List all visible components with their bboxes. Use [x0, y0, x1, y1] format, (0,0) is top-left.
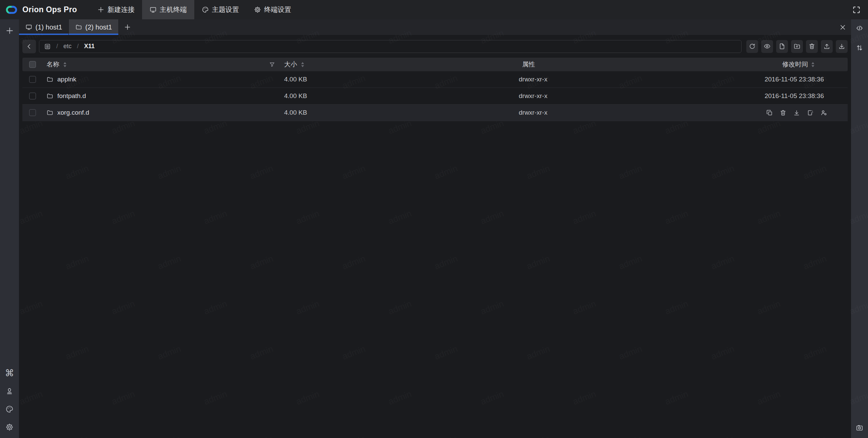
sidebar-theme-button[interactable]	[3, 402, 16, 416]
new-folder-button[interactable]	[791, 40, 803, 53]
palette-icon	[5, 405, 14, 413]
trash-icon	[808, 43, 815, 50]
menu-item-theme-settings[interactable]: 主题设置	[194, 0, 246, 19]
back-button[interactable]	[22, 40, 36, 53]
sort-icon[interactable]	[300, 61, 305, 68]
select-all-checkbox[interactable]	[29, 61, 36, 68]
table-row[interactable]: applnk 4.00 KB drwxr-xr-x 2016-11-05 23:…	[22, 71, 848, 88]
sidebar-command-button[interactable]: ⌘	[3, 366, 16, 380]
file-size: 4.00 KB	[263, 109, 517, 116]
sort-icon[interactable]	[811, 61, 815, 68]
code-icon	[855, 24, 864, 32]
main-area: (1) host1 (2) host1 / etc / X11	[19, 19, 851, 438]
eye-icon	[764, 43, 771, 50]
column-header-size[interactable]: 大小	[263, 60, 517, 69]
command-icon: ⌘	[5, 369, 14, 378]
upload-icon	[823, 43, 830, 50]
folder-icon	[46, 76, 53, 83]
top-bar: Orion Ops Pro 新建连接 主机终端 主题设置 终端设置	[0, 0, 868, 19]
gear-icon	[254, 6, 261, 13]
column-label: 修改时间	[782, 60, 808, 69]
breadcrumb-segment-etc[interactable]: etc	[63, 43, 72, 50]
tab-label: (2) host1	[85, 23, 112, 31]
folder-icon	[46, 109, 53, 116]
move-icon[interactable]	[807, 109, 814, 116]
column-label: 名称	[46, 60, 59, 69]
tab-host1-terminal[interactable]: (1) host1	[19, 19, 69, 35]
folder-plus-icon	[793, 43, 801, 50]
delete-icon[interactable]	[780, 109, 787, 116]
list-icon[interactable]	[44, 43, 51, 50]
breadcrumb: / etc / X11	[39, 40, 742, 53]
table-row[interactable]: xorg.conf.d 4.00 KB drwxr-xr-x	[22, 104, 848, 121]
plus-icon	[97, 6, 104, 13]
rail-code-button[interactable]	[853, 22, 866, 34]
row-checkbox[interactable]	[29, 93, 36, 99]
camera-icon	[855, 424, 864, 432]
download-icon[interactable]	[793, 109, 800, 116]
breadcrumb-separator: /	[56, 43, 58, 50]
sidebar-new-button[interactable]	[3, 24, 16, 37]
stamp-icon	[5, 387, 14, 395]
rail-screenshot-button[interactable]	[853, 422, 866, 434]
download-button[interactable]	[836, 40, 848, 53]
column-label: 属性	[522, 61, 535, 68]
breadcrumb-segment-x11[interactable]: X11	[84, 43, 95, 50]
sidebar-stamp-button[interactable]	[3, 384, 16, 398]
file-attr: drwxr-xr-x	[517, 109, 734, 116]
delete-button[interactable]	[806, 40, 818, 53]
row-checkbox[interactable]	[29, 109, 36, 116]
folder-icon	[75, 24, 82, 31]
file-size: 4.00 KB	[263, 92, 517, 100]
rail-transfer-button[interactable]	[853, 42, 866, 54]
file-name: applnk	[57, 76, 76, 83]
main-menu: 新建连接 主机终端 主题设置 终端设置	[90, 0, 299, 19]
breadcrumb-separator: /	[77, 43, 79, 50]
brand: Orion Ops Pro	[0, 4, 82, 16]
row-checkbox[interactable]	[29, 76, 36, 83]
column-header-mtime[interactable]: 修改时间	[734, 60, 848, 69]
swap-vertical-icon	[855, 44, 864, 52]
menu-item-terminal-settings[interactable]: 终端设置	[246, 0, 299, 19]
column-header-name[interactable]: 名称	[39, 60, 263, 69]
new-file-button[interactable]	[776, 40, 788, 53]
menu-item-label: 主机终端	[160, 5, 187, 14]
file-toolbar-row: / etc / X11	[19, 35, 851, 58]
left-sidebar: ⌘	[0, 19, 19, 438]
upload-button[interactable]	[821, 40, 833, 53]
tab-host1-files[interactable]: (2) host1	[69, 19, 119, 35]
plus-icon	[5, 26, 14, 35]
right-rail	[851, 19, 868, 438]
fullscreen-button[interactable]	[851, 5, 862, 15]
table-header: 名称 大小 属性 修改时间	[22, 58, 848, 71]
permission-icon[interactable]	[820, 109, 827, 116]
fullscreen-icon	[852, 6, 861, 14]
close-tab-button[interactable]	[839, 19, 846, 35]
menu-item-host-terminal[interactable]: 主机终端	[142, 0, 194, 19]
sidebar-settings-button[interactable]	[3, 420, 16, 434]
monitor-icon	[25, 24, 32, 31]
folder-icon	[46, 93, 53, 99]
tab-label: (1) host1	[36, 23, 62, 31]
refresh-button[interactable]	[746, 40, 758, 53]
row-actions	[734, 109, 848, 116]
sort-icon[interactable]	[63, 61, 67, 68]
copy-icon[interactable]	[766, 109, 773, 116]
file-name: xorg.conf.d	[57, 109, 89, 116]
file-size: 4.00 KB	[263, 76, 517, 83]
chevron-left-icon	[25, 43, 33, 50]
refresh-icon	[749, 43, 756, 50]
gear-icon	[5, 423, 14, 431]
table-row[interactable]: fontpath.d 4.00 KB drwxr-xr-x 2016-11-05…	[22, 88, 848, 104]
tab-bar: (1) host1 (2) host1	[19, 19, 851, 35]
plus-icon	[124, 23, 131, 31]
new-tab-button[interactable]	[119, 19, 136, 35]
file-table: 名称 大小 属性 修改时间 applnk 4.00 KB	[22, 58, 848, 438]
preview-hidden-button[interactable]	[761, 40, 773, 53]
file-mtime: 2016-11-05 23:38:36	[734, 76, 848, 83]
menu-item-new-connection[interactable]: 新建连接	[90, 0, 142, 19]
filter-icon[interactable]	[269, 61, 275, 68]
palette-icon	[202, 6, 209, 13]
file-attr: drwxr-xr-x	[517, 76, 734, 83]
column-header-attr: 属性	[517, 60, 734, 69]
